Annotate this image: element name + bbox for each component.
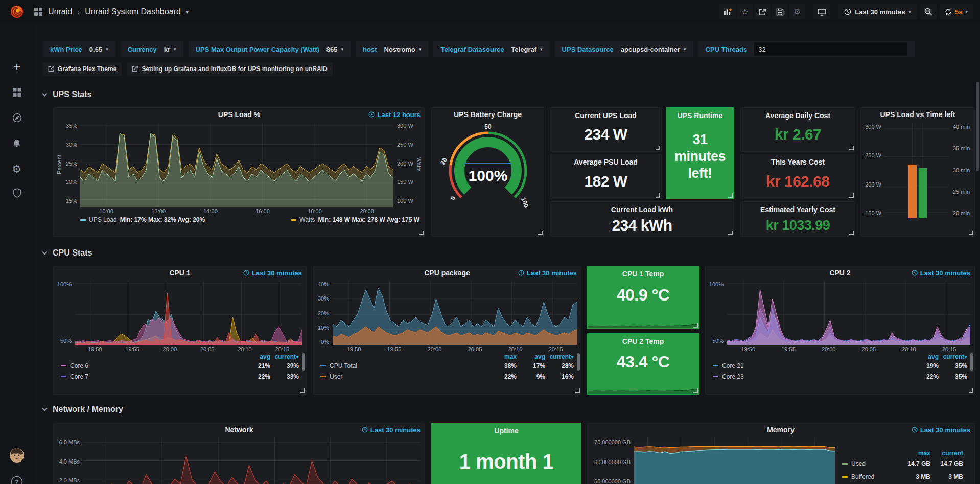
legend-series-toggle[interactable]: Core 6 <box>61 362 242 370</box>
network-chart[interactable] <box>83 437 421 484</box>
panel-title[interactable]: UPS Load % Last 12 hours <box>54 108 425 121</box>
dashboard-switch-caret-icon[interactable]: ▾ <box>186 9 189 15</box>
panel-title[interactable]: Network Last 30 minutes <box>54 423 425 436</box>
tick-label: 16:00 <box>255 208 270 214</box>
legend-col-max[interactable]: max <box>488 353 517 360</box>
variable-value-dropdown[interactable]: Nostromo▾ <box>384 45 422 53</box>
variable-ups-datasource[interactable]: UPS Datasource apcupsd-container▾ <box>555 41 693 57</box>
legend-item-watts[interactable]: Watts Min: 148 W Max: 278 W Avg: 175 W <box>291 216 419 223</box>
variable-value-dropdown[interactable]: 865▾ <box>326 45 343 53</box>
configuration-menu-button[interactable]: ⚙ <box>0 163 34 175</box>
legend-series-toggle[interactable]: User <box>320 373 488 380</box>
stat-title[interactable]: Average Daily Cost <box>741 108 855 123</box>
legend-series-toggle[interactable]: Core 23 <box>713 373 910 380</box>
zoom-out-icon <box>924 8 932 16</box>
legend-scrollbar[interactable] <box>970 353 973 371</box>
help-button[interactable]: ? <box>0 476 34 484</box>
breadcrumb-dashboard-title[interactable]: Unraid System Dashboard <box>85 7 181 16</box>
stat-title[interactable]: This Years Cost <box>741 154 855 170</box>
tick-label: 20:00 <box>163 346 177 352</box>
legend-col-current[interactable]: current▾ <box>939 353 967 360</box>
variable-value-dropdown[interactable]: Telegraf▾ <box>511 45 542 53</box>
alerting-menu-button[interactable] <box>0 139 34 148</box>
panel-title-text: UPS Load vs Time left <box>880 110 955 119</box>
variable-telegraf-datasource[interactable]: Telegraf Datasource Telegraf▾ <box>433 41 549 57</box>
section-cpu-stats[interactable]: CPU Stats <box>43 248 92 258</box>
legend-col-current[interactable]: current <box>930 450 963 457</box>
cpu-threads-input[interactable] <box>754 42 907 56</box>
panel-time-override-link[interactable]: Last 30 minutes <box>243 266 302 280</box>
stat-title[interactable]: Current UPS Load <box>550 108 661 123</box>
page-scrollbar[interactable] <box>976 82 979 171</box>
variable-value-dropdown[interactable]: apcupsd-container▾ <box>621 45 686 53</box>
breadcrumb-app[interactable]: Unraid <box>48 7 72 16</box>
legend-series-toggle[interactable]: CPU Total <box>320 362 488 370</box>
panel-title[interactable]: CPU package Last 30 minutes <box>313 266 581 280</box>
panel-title[interactable]: CPU 2 Last 30 minutes <box>706 266 974 280</box>
variable-host[interactable]: host Nostromo▾ <box>356 41 428 57</box>
add-panel-button[interactable] <box>719 4 736 19</box>
server-admin-menu-button[interactable] <box>0 188 34 198</box>
panel-title[interactable]: UPS Battery Charge <box>432 108 544 121</box>
panel-title[interactable]: UPS Load vs Time left <box>861 108 974 121</box>
panel-time-override-link[interactable]: Last 12 hours <box>368 108 421 121</box>
legend-series-toggle[interactable]: Core 21 <box>713 362 910 370</box>
legend-col-avg[interactable]: avg <box>242 353 270 360</box>
stat-title[interactable]: Uptime <box>432 423 581 439</box>
legend-scrollbar[interactable] <box>302 353 305 371</box>
legend-col-current[interactable]: current▾ <box>545 353 574 360</box>
variable-currency[interactable]: Currency kr▾ <box>121 41 183 57</box>
panel-title[interactable]: CPU 1 Last 30 minutes <box>54 266 306 280</box>
variable-value-dropdown[interactable]: kr▾ <box>164 45 176 53</box>
section-network-memory[interactable]: Network / Memory <box>43 405 123 414</box>
stat-title[interactable]: UPS Runtime <box>666 108 734 123</box>
stat-title[interactable]: CPU 1 Temp <box>587 266 699 282</box>
stat-title[interactable]: Current Load kWh <box>550 202 734 217</box>
create-button[interactable]: + <box>0 62 34 72</box>
panel-time-override-link[interactable]: Last 30 minutes <box>362 423 421 436</box>
panel-uptime: Uptime 1 month 1 <box>431 423 581 484</box>
legend-col-avg[interactable]: avg <box>517 353 545 360</box>
stat-title[interactable]: Estimated Yearly Cost <box>741 202 855 217</box>
time-range-picker[interactable]: Last 30 minutes ▾ <box>838 4 917 19</box>
variable-kwh-price[interactable]: kWh Price 0.65▾ <box>43 41 115 57</box>
variable-value-dropdown[interactable]: 0.65▾ <box>89 45 108 53</box>
panel-title[interactable]: Memory Last 30 minutes <box>587 423 974 436</box>
legend-col-current[interactable]: current▾ <box>270 353 299 360</box>
dashboard-settings-button[interactable]: ⚙ <box>789 4 805 19</box>
cpu2-chart[interactable] <box>727 281 970 345</box>
legend-series-toggle[interactable]: Buffered <box>842 473 898 480</box>
star-dashboard-button[interactable]: ☆ <box>737 4 753 19</box>
legend-col-max[interactable]: max <box>898 450 930 457</box>
explore-menu-button[interactable] <box>0 113 34 123</box>
cpu-package-chart[interactable] <box>333 281 577 345</box>
grafana-logo[interactable] <box>0 4 34 19</box>
cpu1-chart[interactable] <box>75 281 302 345</box>
legend-scrollbar[interactable] <box>577 353 580 371</box>
share-dashboard-button[interactable] <box>754 4 771 19</box>
save-dashboard-button[interactable] <box>772 4 788 19</box>
legend-marker <box>320 376 326 377</box>
memory-chart[interactable] <box>634 437 835 484</box>
panel-time-override-link[interactable]: Last 30 minutes <box>518 266 577 280</box>
legend-col-avg[interactable]: avg <box>910 353 939 360</box>
panel-time-override-link[interactable]: Last 30 minutes <box>912 266 970 280</box>
stat-title[interactable]: CPU 2 Temp <box>587 334 699 349</box>
stat-title[interactable]: Average PSU Load <box>550 154 661 170</box>
legend-series-toggle[interactable]: Used <box>842 460 898 467</box>
dashboards-menu-button[interactable] <box>0 87 34 97</box>
refresh-picker[interactable]: 5s ▾ <box>940 4 973 19</box>
user-profile-button[interactable] <box>0 448 34 463</box>
legend-avg-value: 19% <box>910 362 939 370</box>
legend-item-ups-load[interactable]: UPS Load Min: 17% Max: 32% Avg: 20% <box>80 216 205 223</box>
link-ups-monitoring-guide[interactable]: Setting up Grafana and InfluxDB for UPS … <box>127 62 332 76</box>
cycle-view-mode-button[interactable] <box>813 4 830 19</box>
variable-ups-max-output[interactable]: UPS Max Output Power Capacity (Watt) 865… <box>189 41 351 57</box>
panel-time-override-link[interactable]: Last 30 minutes <box>912 423 970 436</box>
ups-load-chart[interactable] <box>80 122 393 207</box>
link-grafana-plex-theme[interactable]: Grafana Plex Theme <box>43 62 122 76</box>
zoom-out-time-button[interactable] <box>920 4 937 19</box>
section-ups-stats[interactable]: UPS Stats <box>43 90 91 99</box>
legend-series-toggle[interactable]: Core 7 <box>61 373 242 380</box>
ups-bar-chart[interactable] <box>884 123 949 218</box>
